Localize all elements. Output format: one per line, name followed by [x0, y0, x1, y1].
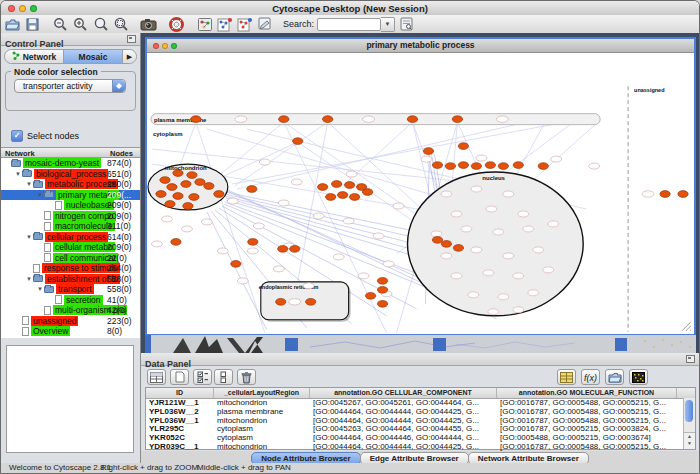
- table-cell: [GO:0045263, GO:0044464, GO:0044455, G..…: [310, 425, 497, 434]
- folder-icon: [33, 233, 43, 240]
- table-cell: cytoplasm: [214, 425, 310, 434]
- table-column-header[interactable]: _cellularLayoutRegion: [214, 388, 310, 398]
- expand-arrow-icon[interactable]: ▼: [25, 232, 33, 242]
- zoom-selected-icon[interactable]: [112, 17, 129, 32]
- select-attributes-icon[interactable]: [193, 369, 212, 385]
- file-icon: [22, 316, 29, 325]
- attribute-table-header: ID_cellularLayoutRegionannotation.GO CEL…: [146, 388, 695, 399]
- help-icon[interactable]: [168, 17, 185, 32]
- data-panel-toolbar: f(x): [141, 366, 700, 388]
- tree-header-network: Network: [5, 149, 35, 158]
- select-nodes-checkbox[interactable]: ✓: [11, 130, 23, 142]
- more-tabs-arrow-icon[interactable]: ▶: [123, 50, 136, 63]
- search-dropdown-button[interactable]: ▼: [381, 17, 395, 32]
- unselect-attributes-icon[interactable]: [214, 369, 233, 385]
- tree-row[interactable]: ▼establishment of lo558(0): [1, 274, 140, 285]
- attribute-table-icon[interactable]: [147, 369, 166, 385]
- network-window-titlebar: primary metabolic process: [147, 39, 694, 53]
- tree-row-node-count: 209(0): [107, 242, 139, 252]
- folder-icon: [33, 275, 43, 282]
- function-builder-icon[interactable]: f(x): [581, 369, 600, 385]
- layout-red-icon[interactable]: [216, 17, 233, 32]
- tree-row[interactable]: ▼transport558(0): [1, 284, 140, 295]
- table-row[interactable]: YLR295Ccytoplasm[GO:0045263, GO:0044464,…: [146, 425, 695, 434]
- tree-row[interactable]: response to stimulu264(0): [1, 263, 140, 274]
- table-cell: mitochondrion: [214, 399, 310, 408]
- network-view-window: primary metabolic process: [145, 37, 696, 335]
- tree-row[interactable]: secretion41(0): [1, 295, 140, 306]
- scrollbar-thumb[interactable]: [685, 400, 693, 422]
- tree-row-node-count: 223(0): [107, 316, 139, 326]
- annotation-icon[interactable]: [256, 17, 273, 32]
- save-icon[interactable]: [24, 17, 41, 32]
- node-color-dropdown[interactable]: transporter activity: [14, 79, 126, 93]
- node-color-dropdown-value: transporter activity: [23, 80, 125, 92]
- scrollbar-arrows[interactable]: ▲▼: [684, 432, 695, 449]
- tree-row[interactable]: unassigned223(0): [1, 316, 140, 327]
- tree-header-nodes: Nodes: [110, 149, 133, 158]
- expand-arrow-icon[interactable]: ▼: [25, 179, 33, 189]
- table-column-header[interactable]: ID: [146, 388, 214, 398]
- table-row[interactable]: YKR052Ccytoplasm[GO:0044464, GO:0044446,…: [146, 434, 695, 443]
- delete-attribute-icon[interactable]: [237, 369, 256, 385]
- tree-row[interactable]: ▼cellular process614(0): [1, 232, 140, 243]
- search-options-icon[interactable]: [398, 17, 415, 32]
- data-panel-header: Data Panel: [141, 353, 700, 366]
- tree-row-node-count: 22(0): [107, 253, 139, 263]
- table-column-header[interactable]: annotation.GO MOLECULAR_FUNCTION: [497, 388, 677, 398]
- status-pan-hint: Middle-click + drag to PAN: [197, 463, 291, 472]
- status-bar: Welcome to Cytoscape 2.8.1 Right-click +…: [1, 463, 699, 473]
- table-row[interactable]: YJR121W__1mitochondrion[GO:0045267, GO:0…: [146, 399, 695, 408]
- expand-arrow-icon[interactable]: ▼: [36, 190, 44, 200]
- tree-row[interactable]: macromolecule311(0): [1, 221, 140, 232]
- expand-arrow-icon[interactable]: ▼: [25, 274, 33, 284]
- new-attribute-icon[interactable]: [170, 369, 189, 385]
- zoom-fit-icon[interactable]: [92, 17, 109, 32]
- network-tree: mosaic-demo-yeast874(0)▼biological_proce…: [1, 158, 140, 338]
- network-canvas[interactable]: plasma membrane cytoplasm unassigned nuc…: [147, 53, 694, 334]
- expand-arrow-icon[interactable]: ▼: [14, 169, 22, 179]
- background-window-strip[interactable]: [145, 334, 696, 353]
- attribute-matrix-icon[interactable]: [629, 369, 648, 385]
- tree-row-label: secretion: [64, 295, 103, 305]
- vizmapper-icon[interactable]: [196, 17, 213, 32]
- search-input[interactable]: [317, 18, 381, 31]
- tree-row-label: macromolecule: [53, 221, 115, 231]
- tree-row[interactable]: nucleobase-209(0): [1, 200, 140, 211]
- tree-row[interactable]: mosaic-demo-yeast874(0): [1, 158, 140, 169]
- float-panel-icon[interactable]: [127, 35, 136, 43]
- import-attributes-icon[interactable]: [605, 369, 624, 385]
- table-cell: [GO:0044464, GO:0044446, GO:0044444, G..…: [310, 434, 497, 443]
- tree-row[interactable]: multi-organism pro42(0): [1, 305, 140, 316]
- table-row[interactable]: YDR039C__1mitochondrion[GO:0044464, GO:0…: [146, 443, 695, 452]
- tab-network[interactable]: Network: [5, 50, 64, 63]
- table-cell: [GO:0044464, GO:0044444, GO:0044425, G..…: [310, 443, 497, 452]
- birds-eye-view[interactable]: [6, 345, 134, 453]
- snapshot-icon[interactable]: [140, 17, 157, 32]
- tree-row[interactable]: cell communicat22(0): [1, 253, 140, 264]
- table-row[interactable]: YPL036W__2plasma membrane[GO:0044464, GO…: [146, 408, 695, 417]
- tree-row[interactable]: nitrogen compo209(0): [1, 211, 140, 222]
- tree-row[interactable]: ▼biological_process651(0): [1, 169, 140, 180]
- float-data-panel-icon[interactable]: [686, 355, 695, 363]
- zoom-in-icon[interactable]: [72, 17, 89, 32]
- tree-row[interactable]: cellular metabo209(0): [1, 242, 140, 253]
- zoom-out-icon[interactable]: [52, 17, 69, 32]
- table-column-header[interactable]: annotation.GO CELLULAR_COMPONENT: [310, 388, 497, 398]
- table-cell: [GO:0016787, GO:0005488, GO:0005215, G..…: [497, 417, 677, 426]
- open-file-icon[interactable]: [4, 17, 21, 32]
- status-zoom-hint: Right-click + drag to ZOOM: [101, 463, 198, 472]
- tree-row-node-count: 209(...: [107, 190, 139, 200]
- table-scrollbar[interactable]: ▲▼: [683, 398, 695, 449]
- attribute-batch-icon[interactable]: [557, 369, 576, 385]
- tree-row[interactable]: ▼primary metabo209(...: [1, 190, 140, 201]
- layout-blue-icon[interactable]: [236, 17, 253, 32]
- table-row[interactable]: YPL036W__1mitochondrion[GO:0044464, GO:0…: [146, 417, 695, 426]
- tree-row[interactable]: ▼metabolic process280(0): [1, 179, 140, 190]
- expand-arrow-icon[interactable]: ▼: [36, 284, 44, 294]
- data-panel: Data Panel f(x) ID_cellularLayoutRegiona…: [141, 353, 700, 451]
- table-cell: mitochondrion: [214, 417, 310, 426]
- table-cell: YPL036W__2: [146, 408, 214, 417]
- tree-row[interactable]: Overview8(0): [1, 326, 140, 337]
- tab-mosaic[interactable]: Mosaic: [64, 50, 123, 63]
